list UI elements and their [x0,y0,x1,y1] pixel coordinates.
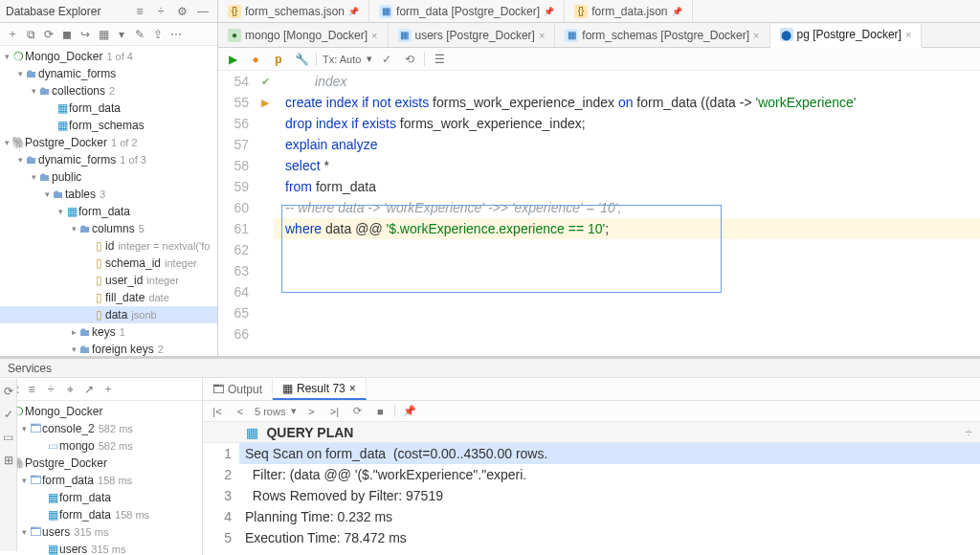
console-icon: 🗔 [212,383,224,396]
result-row[interactable]: 5Execution Time: 78.472 ms [203,527,980,548]
stop-icon[interactable]: ◼ [58,26,76,43]
close-icon[interactable]: × [905,29,911,40]
json-icon: {} [228,5,241,18]
commit-icon[interactable]: ✓ [378,51,395,68]
export-icon[interactable]: ⇪ [149,26,167,43]
code-line[interactable]: drop index if exists forms_work_experien… [274,113,980,134]
file-tab-bar: Database Explorer ≡ ÷ ⚙ — {} form_schema… [0,0,980,23]
add-datasource-icon[interactable]: ＋ [4,26,21,43]
mongo-icon: ● [228,29,241,42]
database-explorer-panel: ＋ ⧉ ⟳ ◼ ↪ ▦ ▾ ✎ ⇪ ⋯ ▾❍Mongo_Docker1 of 4… [0,23,218,356]
services-tree[interactable]: Tx ≡ ÷ ⌖ ↗ ＋ ▾❍Mongo_Docker ▾🗔console_25… [0,378,203,555]
tree-node-selected[interactable]: ▯datajsonb [0,306,217,323]
result-row[interactable]: 2 Filter: (data @@ '($."workExperience".… [203,464,980,485]
collapse-icon[interactable]: ≡ [131,3,148,20]
code-line[interactable]: explain analyze [274,134,980,155]
open-icon[interactable]: ↗ [80,381,98,398]
result-toolbar: |< < 5 rows▾ > >| ⟳ ■ 📌 [203,401,980,422]
result-tab-bar: 🗔Output ▦Result 73× [203,378,980,401]
reload-icon[interactable]: ⟳ [348,403,366,420]
db-explorer-toolbar: ＋ ⧉ ⟳ ◼ ↪ ▦ ▾ ✎ ⇪ ⋯ [0,23,217,46]
code-line[interactable]: where data @@ '$.workExperience.experien… [274,218,980,239]
pin-icon: 📌 [672,7,682,16]
expand-all-icon[interactable]: ÷ [42,381,59,398]
collapse-all-icon[interactable]: ≡ [23,381,40,398]
services-panel: Services Tx ≡ ÷ ⌖ ↗ ＋ ▾❍Mongo_Docker ▾🗔c… [0,356,980,555]
settings-icon[interactable]: ⚙ [173,3,190,20]
first-page-icon[interactable]: |< [209,403,226,420]
table-icon: ▦ [379,5,392,18]
pin-icon[interactable]: 📌 [401,403,418,420]
column-header: QUERY PLAN [266,425,353,440]
minimize-icon[interactable]: — [194,3,212,20]
table-icon: ▦ [565,29,578,42]
close-icon[interactable]: × [753,30,759,41]
result-row[interactable]: 4Planning Time: 0.232 ms [203,506,980,527]
editor-toolbar: ▶ ● p 🔧 Tx: Auto▾ ✓ ⟲ ☰ [218,48,980,71]
more-icon[interactable]: ⋯ [167,26,185,43]
jump-icon[interactable]: ↪ [77,26,94,43]
json-icon: {} [574,5,588,18]
explain-icon[interactable]: p [270,51,287,68]
layout-icon[interactable]: ☰ [431,51,448,68]
run-selected-icon[interactable]: ● [247,51,264,68]
locate-icon[interactable]: ⌖ [61,381,78,398]
editor-tab-bar: ●mongo [Mongo_Docker]× ▦users [Postgre_D… [218,23,980,48]
pin-icon: 📌 [348,7,359,16]
code-line[interactable]: -- where data -> 'workExperience' ->> 'e… [274,197,980,218]
editor-tab[interactable]: ▦users [Postgre_Docker]× [389,23,556,47]
services-title: Services [8,362,52,375]
file-tab[interactable]: {} form_data.json 📌 [565,0,692,22]
edit-icon[interactable]: ✎ [131,26,148,43]
table-icon: ▦ [398,29,412,42]
rerun-icon[interactable]: ⟳ [0,383,17,400]
result-tab[interactable]: ▦Result 73× [273,378,367,400]
check-icon[interactable]: ✓ [0,406,17,423]
column-icon: ▦ [245,422,258,443]
close-icon[interactable]: × [349,382,356,395]
postgres-icon: ⬤ [780,28,793,41]
output-tab[interactable]: 🗔Output [203,378,273,400]
last-page-icon[interactable]: >| [325,403,343,420]
add-icon[interactable]: ＋ [100,381,117,398]
file-tab[interactable]: {} form_schemas.json 📌 [218,0,369,22]
grid-icon[interactable]: ▦ [95,26,112,43]
code-line[interactable]: select * [274,155,980,176]
layout-panel-icon[interactable]: ⊞ [0,452,17,469]
prev-page-icon[interactable]: < [232,403,249,420]
pin-icon: 📌 [544,7,554,16]
run-icon[interactable]: ▶ [224,51,241,68]
filter-icon[interactable]: ▾ [113,26,130,43]
tx-mode-label[interactable]: Tx: Auto [323,54,361,65]
editor-tab[interactable]: ●mongo [Mongo_Docker]× [218,23,389,47]
editor-tab-active[interactable]: ⬤pg [Postgre_Docker]× [770,24,923,48]
refresh-icon[interactable]: ⟳ [40,26,57,43]
expand-icon[interactable]: ÷ [152,3,169,20]
stop-icon[interactable]: ■ [371,403,389,420]
rollback-icon[interactable]: ⟲ [401,51,418,68]
rows-count-label: 5 rows [255,406,285,417]
db-explorer-title: Database Explorer [6,5,127,18]
collapse-panel-icon[interactable]: ▭ [0,429,17,446]
duplicate-icon[interactable]: ⧉ [22,26,39,43]
code-line[interactable]: from form_data [274,176,980,197]
result-row[interactable]: 1Seq Scan on form_data (cost=0.00..4350.… [203,443,980,464]
db-explorer-tree[interactable]: ▾❍Mongo_Docker1 of 4 ▾🖿dynamic_forms ▾🖿c… [0,46,217,356]
sql-editor[interactable]: 54555657585960616263646566 ✔▶ indexcreat… [218,71,980,356]
close-icon[interactable]: × [371,30,377,41]
editor-tab[interactable]: ▦form_schemas [Postgre_Docker]× [555,23,769,47]
code-line[interactable]: create index if not exists forms_work_ex… [274,92,980,113]
code-line[interactable]: index [274,71,980,92]
result-row[interactable]: 3 Rows Removed by Filter: 97519 [203,485,980,506]
next-page-icon[interactable]: > [302,403,320,420]
editor-panel: ●mongo [Mongo_Docker]× ▦users [Postgre_D… [218,23,980,356]
grid-icon: ▦ [282,382,293,395]
close-icon[interactable]: × [539,30,545,41]
result-grid[interactable]: ▦ QUERY PLAN÷ 1Seq Scan on form_data (co… [203,422,980,555]
wrench-icon[interactable]: 🔧 [293,51,310,68]
file-tab[interactable]: ▦ form_data [Postgre_Docker] 📌 [369,0,565,22]
